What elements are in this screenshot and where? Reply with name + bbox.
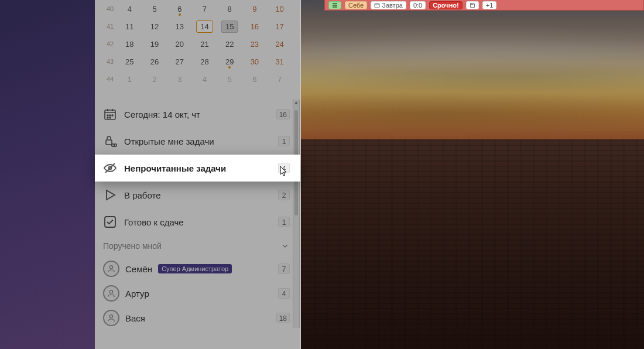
- calendar-day[interactable]: 1: [117, 70, 142, 88]
- calendar-day[interactable]: 19: [142, 35, 167, 53]
- assignee-count: 18: [276, 313, 290, 323]
- calendar-week-number: 44: [103, 70, 117, 88]
- section-title: Поручено мной: [103, 241, 162, 251]
- quick-task-toolbar: Себе Завтра 0:0 Срочно! +1: [324, 0, 644, 11]
- avatar: [103, 310, 119, 326]
- save-icon: [470, 2, 475, 8]
- calendar-day[interactable]: 7: [267, 70, 292, 88]
- assignee-row[interactable]: СемёнСупер Администратор7: [95, 256, 300, 281]
- toolbar-save-button[interactable]: [466, 1, 479, 9]
- filter-count: 4: [278, 163, 290, 173]
- calendar-day[interactable]: 8: [217, 0, 242, 18]
- checklist-icon: [332, 2, 338, 8]
- svg-point-12: [109, 290, 112, 293]
- calendar-day[interactable]: 30: [242, 53, 268, 70]
- calendar-day[interactable]: 7: [192, 0, 217, 18]
- calendar-week-number: 43: [103, 53, 117, 70]
- checkbox-icon: [103, 215, 117, 229]
- calendar-week-number: 40: [103, 0, 117, 18]
- calendar-day[interactable]: 9: [242, 0, 268, 18]
- svg-rect-15: [471, 3, 473, 4]
- main-dim-overlay: [301, 0, 644, 349]
- calendar-day[interactable]: 14: [192, 18, 217, 35]
- calendar-day[interactable]: 27: [167, 53, 192, 70]
- calendar-day[interactable]: 24: [267, 35, 292, 53]
- calendar-day[interactable]: 2: [142, 70, 167, 88]
- section-assigned-by-me[interactable]: Поручено мной: [95, 235, 300, 256]
- calendar-day[interactable]: 4: [192, 70, 217, 88]
- filter-today[interactable]: Сегодня: 14 окт, чт 16: [95, 101, 300, 128]
- mini-calendar[interactable]: 4045678910411112131415161742181920212223…: [103, 0, 292, 88]
- calendar-day[interactable]: 15: [217, 18, 242, 35]
- svg-point-3: [112, 115, 113, 116]
- calendar-day[interactable]: 6: [242, 70, 268, 88]
- calendar-day[interactable]: 18: [117, 35, 142, 53]
- calendar-day[interactable]: 11: [117, 18, 142, 35]
- task-filters: Сегодня: 14 окт, чт 16 Открытые мне зада…: [95, 101, 300, 330]
- main-content: Себе Завтра 0:0 Срочно! +1: [301, 0, 644, 349]
- svg-point-11: [109, 266, 112, 269]
- calendar-day[interactable]: 31: [267, 53, 292, 70]
- calendar-day[interactable]: 23: [242, 35, 268, 53]
- eye-off-icon: [103, 161, 117, 175]
- filter-count: 1: [278, 136, 290, 146]
- filter-label: В работе: [124, 190, 271, 200]
- filter-label: Непрочитанные задачи: [124, 163, 271, 173]
- calendar-day[interactable]: 26: [142, 53, 167, 70]
- calendar-week-number: 41: [103, 18, 117, 35]
- calendar-icon: [103, 107, 117, 121]
- filter-ready[interactable]: Готово к сдаче 1: [95, 208, 300, 235]
- calendar-day[interactable]: 22: [217, 35, 242, 53]
- calendar-day[interactable]: 4: [117, 0, 142, 18]
- assignee-name: Артур: [125, 289, 149, 299]
- calendar-day[interactable]: 25: [117, 53, 142, 70]
- calendar-day[interactable]: 10: [267, 0, 292, 18]
- sidebar-panel: 4045678910411112131415161742181920212223…: [95, 0, 301, 349]
- calendar-day[interactable]: 29: [217, 53, 242, 70]
- assignee-row[interactable]: Вася18: [95, 306, 300, 330]
- calendar-day[interactable]: 17: [267, 18, 292, 35]
- toolbar-plus-one-button[interactable]: +1: [482, 1, 497, 9]
- assignee-name: Вася: [125, 313, 145, 323]
- svg-point-4: [107, 117, 108, 118]
- chip-label: +1: [486, 1, 494, 9]
- filter-label: Открытые мне задачи: [124, 136, 271, 146]
- calendar-day[interactable]: 3: [167, 70, 192, 88]
- panel-scrollbar[interactable]: [293, 100, 300, 328]
- play-icon: [103, 188, 117, 202]
- calendar-day[interactable]: 28: [192, 53, 217, 70]
- filter-unread[interactable]: Непрочитанные задачи 4: [95, 155, 300, 182]
- svg-rect-10: [105, 217, 115, 227]
- toolbar-tomorrow-button[interactable]: Завтра: [371, 1, 406, 9]
- filter-count: 2: [278, 190, 290, 200]
- calendar-day[interactable]: 20: [167, 35, 192, 53]
- toolbar-checklist-button[interactable]: [328, 1, 341, 9]
- calendar-day[interactable]: 5: [142, 0, 167, 18]
- toolbar-urgent-button[interactable]: Срочно!: [429, 1, 463, 9]
- lock-group-icon: [103, 134, 117, 148]
- svg-rect-14: [375, 4, 379, 8]
- svg-point-8: [114, 144, 117, 147]
- calendar-day[interactable]: 21: [192, 35, 217, 53]
- toolbar-self-chip[interactable]: Себе: [345, 1, 367, 9]
- chip-label: Срочно!: [433, 1, 459, 9]
- calendar-day[interactable]: 12: [142, 18, 167, 35]
- assignee-count: 4: [278, 288, 290, 299]
- filter-open-to-me[interactable]: Открытые мне задачи 1: [95, 128, 300, 155]
- role-tag: Супер Администратор: [158, 264, 232, 273]
- filter-in-progress[interactable]: В работе 2: [95, 182, 300, 208]
- chip-label: 0:0: [413, 1, 422, 9]
- calendar-day[interactable]: 6: [167, 0, 192, 18]
- assignee-row[interactable]: Артур4: [95, 281, 300, 306]
- filter-label: Сегодня: 14 окт, чт: [124, 110, 269, 119]
- avatar: [103, 261, 119, 277]
- calendar-day[interactable]: 13: [167, 18, 192, 35]
- svg-rect-6: [106, 140, 112, 145]
- calendar-day[interactable]: 5: [217, 70, 242, 88]
- chip-label: Завтра: [382, 1, 403, 9]
- svg-point-2: [109, 115, 111, 116]
- svg-point-5: [109, 117, 111, 118]
- toolbar-time-chip[interactable]: 0:0: [410, 1, 426, 9]
- svg-point-13: [109, 315, 112, 318]
- calendar-day[interactable]: 16: [242, 18, 268, 35]
